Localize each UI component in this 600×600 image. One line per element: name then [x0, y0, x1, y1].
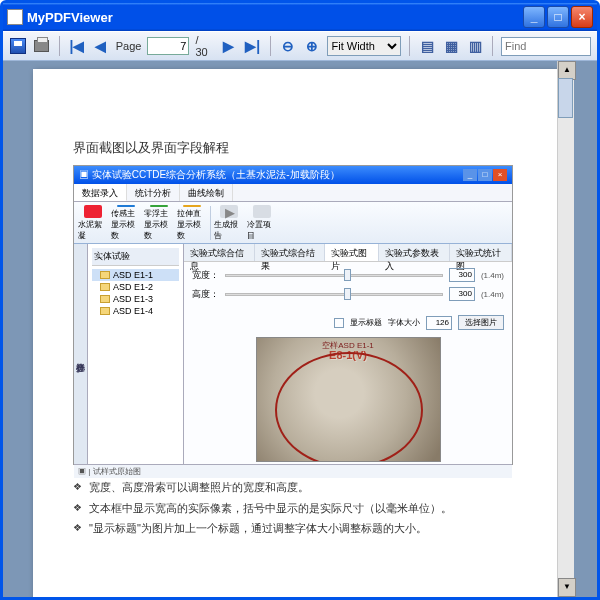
folder-icon	[100, 283, 110, 291]
width-slider	[225, 274, 443, 277]
list-item: "显示标题"为图片加上一个标题，通过调整字体大小调整标题的大小。	[73, 518, 517, 539]
zoom-in-button[interactable]: ⊕	[303, 37, 321, 55]
tree-item: ASD E1-2	[92, 281, 179, 293]
tree-header: 实体试验	[92, 248, 179, 266]
inner-status: ▣ | 试样式原始图	[74, 464, 512, 478]
ribbon-btn-1: 水泥絮凝	[78, 205, 108, 241]
inner-titlebar: ▣ 实体试验CCTDE综合分析系统（土基水泥法-加载阶段） _ □ ×	[74, 166, 512, 184]
height-value: 300	[449, 287, 475, 301]
inner-accordion: 参样选择	[74, 244, 88, 464]
separator	[409, 36, 410, 56]
minimize-button[interactable]: _	[523, 6, 545, 28]
close-button[interactable]: ×	[571, 6, 593, 28]
inner-window-buttons: _ □ ×	[463, 169, 507, 181]
inner-ribbon: 水泥絮凝 传感主显示模数 零浮主显示模数 拉伸直显示模数 ▶生成报告 冷置项目	[74, 202, 512, 244]
zoom-select[interactable]: Fit Width	[327, 36, 402, 56]
app-window: MyPDFViewer _ □ × |◀ ◀ Page / 30 ▶ ▶| ⊖ …	[0, 0, 600, 600]
zoom-out-button[interactable]: ⊖	[279, 37, 297, 55]
inner-tree: 实体试验 ASD E1-1 ASD E1-2 ASD E1-3 ASD E1-4	[88, 244, 184, 464]
width-value: 300	[449, 268, 475, 282]
scrollbar-thumb[interactable]	[558, 78, 573, 118]
select-image-button: 选择图片	[458, 315, 504, 330]
ribbon-btn-4: 拉伸直显示模数	[177, 205, 207, 241]
inner-close-icon: ×	[493, 169, 507, 181]
content-area: 界面截图以及界面字段解程 ▣ 实体试验CCTDE综合分析系统（土基水泥法-加载阶…	[3, 61, 597, 597]
tree-item: ASD E1-1	[92, 269, 179, 281]
inner-max-icon: □	[478, 169, 492, 181]
vertical-scrollbar[interactable]	[557, 61, 574, 597]
options-row: 显示标题 字体大小 126 选择图片	[192, 315, 504, 330]
page-label: Page	[116, 40, 142, 52]
separator	[59, 36, 60, 56]
window-title: MyPDFViewer	[27, 10, 523, 25]
embedded-screenshot: ▣ 实体试验CCTDE综合分析系统（土基水泥法-加载阶段） _ □ × 数据录入…	[73, 165, 513, 465]
height-slider	[225, 293, 443, 296]
folder-icon	[100, 271, 110, 279]
tree-item: ASD E1-3	[92, 293, 179, 305]
subtab-1: 实验式综合信息	[184, 244, 255, 261]
image-preview: 空样ASD E1-1 E8-1(V)	[256, 337, 441, 462]
next-page-button[interactable]: ▶	[220, 37, 238, 55]
ribbon-btn-6: 冷置项目	[247, 205, 277, 241]
page-total: / 30	[195, 34, 213, 58]
ribbon-btn-5: ▶生成报告	[214, 205, 244, 241]
page-input[interactable]	[147, 37, 189, 55]
folder-icon	[100, 295, 110, 303]
tab-curves: 曲线绘制	[180, 184, 233, 201]
titlebar: MyPDFViewer _ □ ×	[3, 3, 597, 31]
view-single-button[interactable]: ▤	[418, 37, 436, 55]
prev-page-button[interactable]: ◀	[92, 37, 110, 55]
ribbon-btn-3: 零浮主显示模数	[144, 205, 174, 241]
folder-icon	[100, 307, 110, 315]
tree-item: ASD E1-4	[92, 305, 179, 317]
subtab-4: 实验式参数表入	[379, 244, 450, 261]
width-row: 宽度： 300 (1.4m)	[192, 268, 504, 282]
find-input[interactable]	[501, 37, 591, 56]
list-item: 文本框中显示宽高的实际像素，括号中显示的是实际尺寸（以毫米单位）。	[73, 498, 517, 519]
first-page-button[interactable]: |◀	[68, 37, 86, 55]
inner-main-tabs: 数据录入 统计分析 曲线绘制	[74, 184, 512, 202]
save-button[interactable]	[9, 37, 27, 55]
page-view: 界面截图以及界面字段解程 ▣ 实体试验CCTDE综合分析系统（土基水泥法-加载阶…	[33, 69, 557, 597]
separator	[492, 36, 493, 56]
view-facing-button[interactable]: ▥	[466, 37, 484, 55]
height-row: 高度： 300 (1.4m)	[192, 287, 504, 301]
ribbon-sep	[210, 206, 211, 240]
subtab-3: 实验式图片	[325, 244, 379, 261]
width-unit: (1.4m)	[481, 271, 504, 280]
last-page-button[interactable]: ▶|	[244, 37, 262, 55]
slider-thumb	[344, 269, 351, 281]
show-title-checkbox	[334, 318, 344, 328]
fontsize-value: 126	[426, 316, 452, 330]
save-icon	[10, 38, 26, 54]
subtab-5: 实验式统计图	[450, 244, 512, 261]
separator	[270, 36, 271, 56]
height-unit: (1.4m)	[481, 290, 504, 299]
maximize-button[interactable]: □	[547, 6, 569, 28]
inner-subtabs: 实验式综合信息 实验式综合结果 实验式图片 实验式参数表入 实验式统计图	[184, 244, 512, 262]
print-button[interactable]	[33, 37, 51, 55]
tab-data-entry: 数据录入	[74, 184, 127, 201]
section-heading: 界面截图以及界面字段解程	[73, 139, 517, 157]
inner-controls: 宽度： 300 (1.4m) 高度： 300 (1.4m)	[184, 262, 512, 312]
show-title-label: 显示标题	[350, 317, 382, 328]
image-circle	[275, 352, 423, 462]
view-continuous-button[interactable]: ▦	[442, 37, 460, 55]
inner-title-text: ▣ 实体试验CCTDE综合分析系统（土基水泥法-加载阶段）	[79, 168, 340, 182]
width-label: 宽度：	[192, 269, 219, 282]
list-item: 宽度、高度滑索可以调整照片的宽度和高度。	[73, 477, 517, 498]
subtab-2: 实验式综合结果	[255, 244, 326, 261]
inner-right-panel: 实验式综合信息 实验式综合结果 实验式图片 实验式参数表入 实验式统计图 宽度：…	[184, 244, 512, 464]
window-buttons: _ □ ×	[523, 6, 593, 28]
toolbar: |◀ ◀ Page / 30 ▶ ▶| ⊖ ⊕ Fit Width ▤ ▦ ▥	[3, 31, 597, 61]
inner-body: 参样选择 实体试验 ASD E1-1 ASD E1-2 ASD E1-3 ASD…	[74, 244, 512, 464]
tab-stats: 统计分析	[127, 184, 180, 201]
height-label: 高度：	[192, 288, 219, 301]
print-icon	[34, 40, 49, 52]
slider-thumb	[344, 288, 351, 300]
fontsize-label: 字体大小	[388, 317, 420, 328]
app-icon	[7, 9, 23, 25]
ribbon-btn-2: 传感主显示模数	[111, 205, 141, 241]
bullet-list: 宽度、高度滑索可以调整照片的宽度和高度。 文本框中显示宽高的实际像素，括号中显示…	[73, 477, 517, 539]
inner-min-icon: _	[463, 169, 477, 181]
